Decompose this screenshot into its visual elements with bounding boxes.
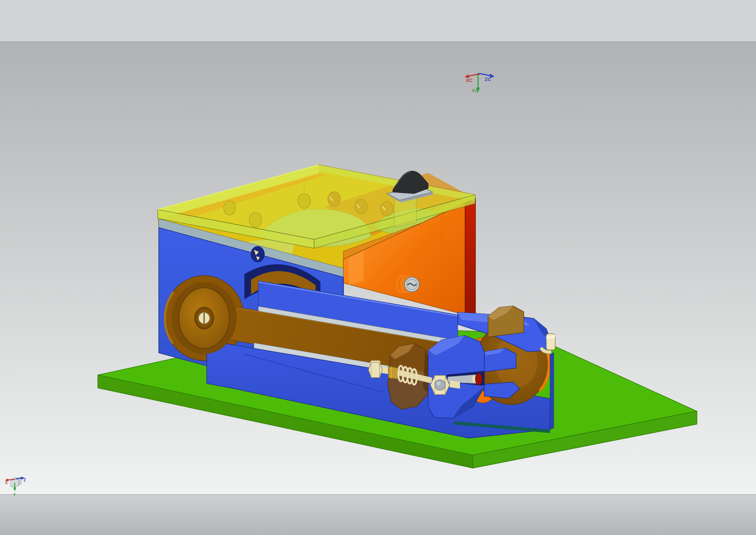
cad-window: XC ZC YC X Z Y <box>0 0 756 535</box>
shaft-end-highlight <box>437 382 440 385</box>
wcs-z-label: ZC <box>485 76 491 82</box>
center-nut-shaft-end <box>435 380 445 390</box>
feed-box-side-face[interactable] <box>465 199 475 329</box>
shaft-red-ring <box>475 373 482 385</box>
wcs-y-label: YC <box>472 88 479 93</box>
part-drive-pulley[interactable] <box>172 282 237 354</box>
view-z-label: Z <box>24 478 26 482</box>
3d-viewport-canvas[interactable]: XC ZC YC X Z Y <box>0 0 756 535</box>
background-top-band <box>0 0 756 42</box>
brass-coupler <box>388 367 398 379</box>
view-y-label: Y <box>13 493 16 497</box>
view-x-label: X <box>5 481 8 485</box>
wcs-x-label: XC <box>466 78 473 83</box>
wcs-origin[interactable] <box>478 73 480 75</box>
left-hex-nut[interactable] <box>368 362 382 378</box>
support-plate-side-face <box>550 352 554 429</box>
background-footer-band <box>0 494 756 535</box>
